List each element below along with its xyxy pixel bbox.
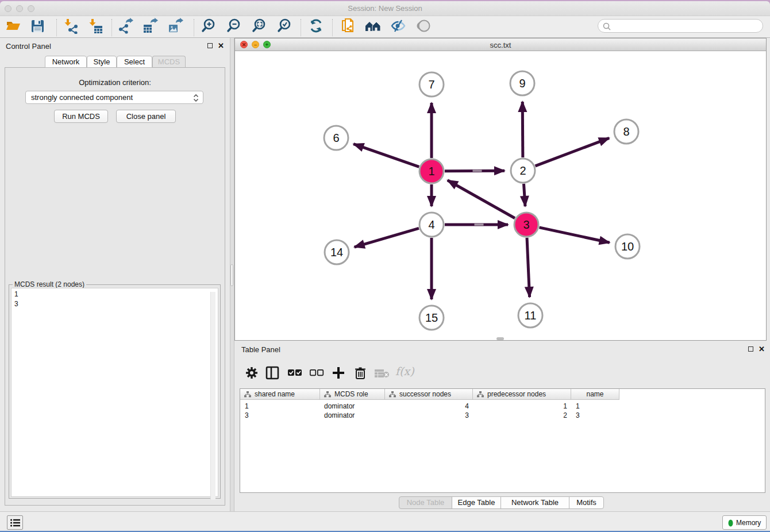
splitter-handle[interactable] [230,264,233,286]
column-header-name[interactable]: name [571,389,619,400]
graph-edge[interactable] [536,138,610,166]
result-scrollbar[interactable] [210,292,215,500]
column-tree-icon [244,391,251,398]
dropdown-stepper-icon [193,94,199,102]
main-area: Control Panel ✕ Network Style Select MCD… [0,38,770,511]
toolbar-separator [194,19,194,36]
import-network-icon[interactable] [63,18,79,34]
node-table: shared name MCDS role successor nodes pr… [240,388,765,493]
tab-network-table[interactable]: Network Table [500,496,569,509]
mcds-result-value: 1 [14,290,218,299]
network-canvas[interactable]: 7968124314101511 [235,51,766,340]
column-header-successor-nodes[interactable]: successor nodes [385,389,473,400]
cell-predecessor[interactable]: 2 [473,411,567,420]
window-title: Session: New Session [0,4,770,13]
network-window-title: scc.txt [235,41,766,49]
run-mcds-button[interactable]: Run MCDS [54,110,108,123]
tab-network[interactable]: Network [45,56,87,68]
table-close-icon[interactable]: ✕ [759,346,765,353]
graph-edge[interactable] [539,228,609,242]
cell-name[interactable]: 3 [576,411,580,420]
save-session-icon[interactable] [30,18,46,34]
clone-network-icon[interactable] [340,18,356,34]
table-toolbar: f(x) [234,364,770,384]
graph-node-label: 1 [428,165,434,178]
zoom-in-icon[interactable] [201,18,217,34]
table-panel-title: Table Panel [241,345,280,354]
graph-node-label: 3 [523,218,529,231]
graph-edge[interactable] [355,228,419,247]
memory-button[interactable]: Memory [722,515,767,530]
delete-table-icon[interactable] [375,369,390,380]
show-eye-icon[interactable] [416,18,432,34]
graph-node-label: 7 [428,78,434,91]
add-column-icon[interactable] [332,366,345,382]
tab-motifs[interactable]: Motifs [569,496,604,509]
cell-shared-name[interactable]: 3 [245,411,249,420]
cell-name[interactable]: 1 [576,402,580,411]
status-bar: Memory [0,511,770,531]
graph-node-label: 10 [621,240,634,253]
float-panel-button[interactable] [207,43,213,48]
select-all-columns-icon[interactable] [288,369,303,379]
cell-predecessor[interactable]: 1 [473,402,567,411]
graph-edge[interactable] [527,238,530,297]
cell-shared-name[interactable]: 1 [245,402,249,411]
task-list-button[interactable] [7,515,23,530]
cell-successor[interactable]: 4 [385,402,469,411]
column-header-predecessor-nodes[interactable]: predecessor nodes [473,389,571,400]
mcds-result-title: MCDS result (2 nodes) [13,280,86,288]
graph-node-label: 6 [333,132,339,144]
export-image-icon[interactable] [168,18,184,34]
export-table-icon[interactable] [143,18,159,34]
graph-edge[interactable] [353,144,419,167]
graph-node-label: 11 [525,309,537,322]
hide-style-icon[interactable] [390,18,406,34]
home-layout-icon[interactable] [365,18,381,34]
column-header-shared-name[interactable]: shared name [240,389,320,400]
network-window-titlebar: ✕ – + scc.txt [235,38,766,51]
open-file-icon[interactable] [5,18,21,34]
graph-node-label: 9 [519,77,525,90]
function-builder-icon[interactable]: f(x) [395,365,414,377]
close-panel-button[interactable]: Close panel [116,110,176,123]
unselect-all-columns-icon[interactable] [310,369,325,379]
optimization-dropdown[interactable]: strongly connected component [25,91,203,104]
cell-mcds-role[interactable]: dominator [324,402,355,411]
delete-column-icon[interactable] [353,366,367,382]
graph-edge[interactable] [522,102,523,157]
export-network-icon[interactable] [118,18,134,34]
cell-mcds-role[interactable]: dominator [324,411,355,420]
graph-edge[interactable] [523,184,525,206]
memory-label: Memory [736,519,761,527]
zoom-selected-icon[interactable] [276,18,292,34]
tab-edge-table[interactable]: Edge Table [452,496,501,509]
app-title-bar: Session: New Session [0,1,770,16]
graph-node-label: 8 [623,125,629,138]
mcds-result-value: 3 [14,299,218,309]
graph-node-label: 4 [428,218,434,231]
column-header-mcds-role[interactable]: MCDS role [320,389,385,400]
toolbar-separator [56,19,57,36]
import-table-icon[interactable] [88,18,104,34]
tab-node-table[interactable]: Node Table [399,496,452,509]
search-input[interactable] [598,19,763,33]
control-panel: Control Panel ✕ Network Style Select MCD… [0,38,230,511]
network-window: ✕ – + scc.txt 7968124314101511 [234,38,767,341]
canvas-resize-grip[interactable] [496,337,504,340]
graph-node-label: 2 [519,164,526,177]
tab-mcds[interactable]: MCDS [152,56,186,68]
graph-edge[interactable] [448,180,515,218]
zoom-out-icon[interactable] [226,18,242,34]
table-settings-icon[interactable] [245,366,259,382]
refresh-icon[interactable] [308,18,324,34]
toolbar-separator [111,19,112,36]
table-float-button[interactable] [748,346,753,352]
tab-select[interactable]: Select [117,56,152,68]
table-columns-icon[interactable] [265,366,279,382]
tab-style[interactable]: Style [87,56,117,68]
zoom-fit-icon[interactable] [251,18,267,34]
mcds-result-list[interactable]: 1 3 [11,288,218,497]
cell-successor[interactable]: 3 [385,411,469,420]
close-panel-icon[interactable]: ✕ [218,43,224,49]
